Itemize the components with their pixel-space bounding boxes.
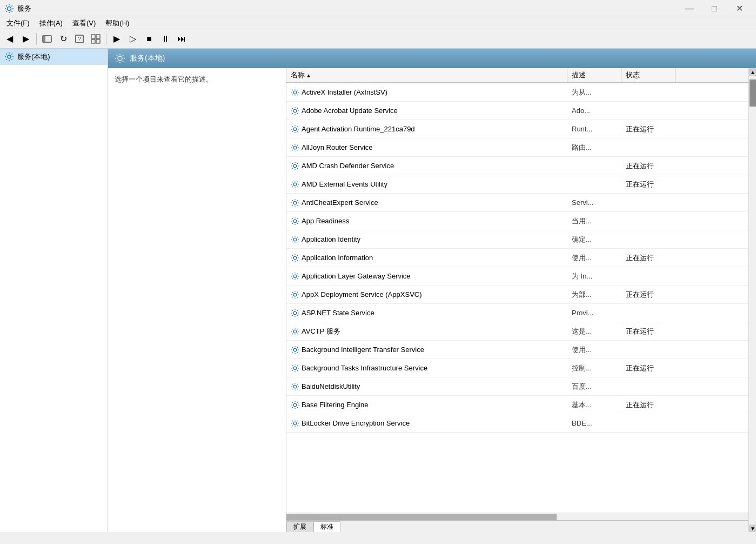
h-scrollbar-thumb[interactable] [286, 514, 557, 520]
cell-name: Base Filtering Engine [286, 399, 567, 412]
table-row[interactable]: AntiCheatExpert Service Servi... [286, 194, 748, 212]
toolbar-grid-button[interactable] [88, 31, 103, 47]
svg-point-25 [293, 348, 297, 351]
svg-point-23 [293, 311, 297, 315]
table-row[interactable]: BaiduNetdiskUtility 百度... [286, 377, 748, 396]
cell-desc: Runt... [567, 123, 621, 135]
grid-icon [91, 34, 101, 44]
toolbar-play-button[interactable]: ▶ [109, 31, 124, 47]
scroll-thumb[interactable] [750, 79, 756, 107]
sidebar-item-label: 服务(本地) [17, 52, 50, 62]
cell-desc: 当用... [567, 214, 621, 228]
toolbar-stop-button[interactable]: ■ [142, 31, 157, 47]
service-gear-icon [291, 254, 299, 262]
table-row[interactable]: Background Tasks Infrastructure Service … [286, 359, 748, 377]
main-container: 服务(本地) 服务(本地) 选择一个项目来查看它的描述。 [0, 49, 756, 532]
service-gear-icon [291, 401, 299, 409]
minimize-button[interactable]: — [677, 0, 702, 17]
toolbar-pause-button[interactable]: ⏸ [158, 31, 173, 47]
table-row[interactable]: Adobe Acrobat Update Service Ado... [286, 102, 748, 120]
left-description-pane: 选择一个项目来查看它的描述。 [108, 68, 286, 532]
cell-desc: 为从... [567, 85, 621, 99]
maximize-button[interactable]: □ [702, 0, 727, 17]
services-table[interactable]: 名称 ▲ 描述 状态 Activ [286, 68, 748, 513]
svg-point-19 [293, 238, 297, 241]
cell-desc: 为部... [567, 288, 621, 302]
cell-status [621, 311, 675, 315]
cell-status [621, 90, 675, 95]
cell-name: Background Intelligent Transfer Service [286, 343, 567, 356]
service-gear-icon [291, 364, 299, 373]
service-gear-icon [291, 125, 299, 134]
cell-status [621, 219, 675, 223]
table-row[interactable]: AMD External Events Utility 正在运行 [286, 175, 748, 194]
table-row[interactable]: Application Identity 确定... [286, 230, 748, 249]
cell-desc: 确定... [567, 233, 621, 247]
cell-desc [567, 182, 621, 187]
column-header-status[interactable]: 状态 [621, 68, 675, 82]
table-row[interactable]: Application Layer Gateway Service 为 In..… [286, 267, 748, 286]
cell-name: Application Identity [286, 233, 567, 246]
toolbar-properties-button[interactable]: ? [72, 31, 87, 47]
table-row[interactable]: AMD Crash Defender Service 正在运行 [286, 157, 748, 175]
service-gear-icon [291, 382, 299, 391]
table-row[interactable]: AppX Deployment Service (AppXSVC) 为部... … [286, 286, 748, 304]
menu-view[interactable]: 查看(V) [68, 17, 100, 29]
title-bar-controls: — □ ✕ [677, 0, 752, 17]
service-gear-icon [291, 88, 299, 97]
column-header-name[interactable]: 名称 ▲ [286, 68, 567, 82]
menu-file[interactable]: 文件(F) [2, 17, 34, 29]
table-row[interactable]: AVCTP 服务 这是... 正在运行 [286, 322, 748, 341]
table-row[interactable]: Base Filtering Engine 基本... 正在运行 [286, 396, 748, 414]
table-row[interactable]: ActiveX Installer (AxInstSV) 为从... [286, 83, 748, 102]
service-gear-icon [291, 272, 299, 281]
menu-action[interactable]: 操作(A) [35, 17, 67, 29]
toolbar-play2-button[interactable]: ▷ [125, 31, 141, 47]
table-row[interactable]: App Readiness 当用... [286, 212, 748, 230]
scroll-up-button[interactable]: ▲ [749, 68, 756, 76]
table-row[interactable]: ASP.NET State Service Provi... [286, 304, 748, 322]
cell-name: Background Tasks Infrastructure Service [286, 362, 567, 375]
close-button[interactable]: ✕ [727, 0, 752, 17]
cell-desc: 使用... [567, 251, 621, 265]
description-text: 选择一个项目来查看它的描述。 [115, 75, 213, 83]
cell-desc [567, 164, 621, 168]
cell-desc: 基本... [567, 398, 621, 412]
svg-point-9 [8, 55, 11, 58]
cell-desc: Provi... [567, 307, 621, 319]
table-row[interactable]: BitLocker Drive Encryption Service BDE..… [286, 414, 748, 433]
svg-point-27 [293, 385, 297, 388]
cell-status: 正在运行 [621, 251, 675, 265]
svg-point-28 [293, 403, 297, 407]
svg-text:?: ? [78, 36, 81, 42]
horizontal-scrollbar[interactable] [286, 513, 748, 520]
scroll-down-button[interactable]: ▼ [749, 525, 756, 532]
cell-desc: 使用... [567, 343, 621, 357]
table-row[interactable]: Application Information 使用... 正在运行 [286, 249, 748, 267]
svg-point-14 [293, 146, 297, 149]
table-row[interactable]: Background Intelligent Transfer Service … [286, 341, 748, 359]
sidebar-item-local[interactable]: 服务(本地) [0, 49, 108, 65]
toolbar-refresh-button[interactable]: ↻ [56, 31, 71, 47]
vertical-scrollbar[interactable]: ▲ ▼ [748, 68, 756, 532]
content-area: 服务(本地) 选择一个项目来查看它的描述。 名称 ▲ 描 [108, 49, 756, 532]
tab-standard[interactable]: 标准 [313, 521, 340, 532]
cell-name: BitLocker Drive Encryption Service [286, 417, 567, 430]
svg-rect-2 [43, 36, 45, 42]
tab-expand[interactable]: 扩展 [286, 521, 313, 532]
cell-status [621, 109, 675, 113]
cell-status [621, 384, 675, 389]
cell-desc: BDE... [567, 417, 621, 429]
toolbar-forward-button[interactable]: ▶ [18, 31, 34, 47]
toolbar-restart-button[interactable]: ⏭ [174, 31, 189, 47]
table-row[interactable]: AllJoyn Router Service 路由... [286, 138, 748, 157]
toolbar-show-hide-button[interactable] [39, 31, 55, 47]
service-gear-icon [291, 162, 299, 170]
column-header-description[interactable]: 描述 [567, 68, 621, 82]
svg-point-12 [293, 109, 297, 112]
cell-name: Application Layer Gateway Service [286, 270, 567, 283]
menu-help[interactable]: 帮助(H) [101, 17, 133, 29]
table-row[interactable]: Agent Activation Runtime_221ca79d Runt..… [286, 120, 748, 138]
toolbar-back-button[interactable]: ◀ [2, 31, 17, 47]
svg-point-11 [293, 91, 297, 94]
